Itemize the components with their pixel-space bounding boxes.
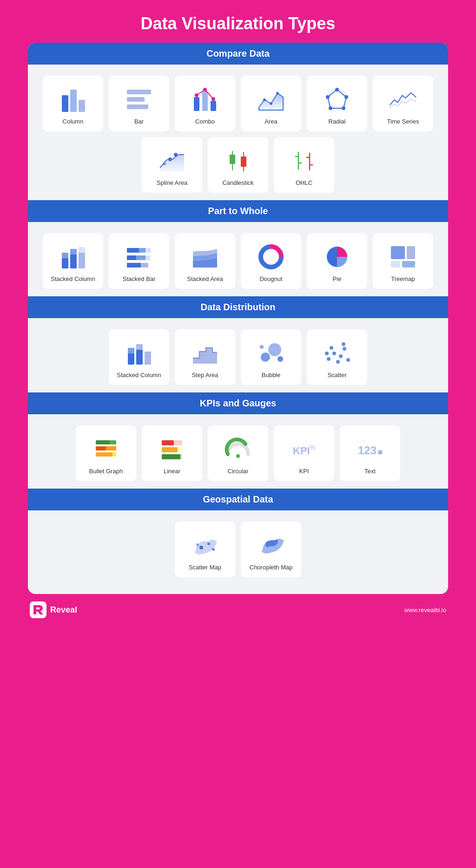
svg-rect-41 [127,248,139,253]
chart-item-bubble[interactable]: Bubble [241,329,301,385]
chart-item-candlestick[interactable]: Candlestick [208,137,268,193]
svg-rect-37 [70,255,77,268]
chart-item-text-kpi[interactable]: 123 Text [340,425,400,481]
svg-rect-26 [230,155,235,164]
svg-rect-78 [96,440,110,444]
section-header-compare: Compare Data [28,43,448,65]
svg-rect-80 [96,452,112,457]
svg-rect-53 [391,246,405,259]
svg-text:KPI: KPI [293,445,310,457]
column-label: Column [63,118,84,125]
chart-item-radial[interactable]: Radial [307,76,367,131]
svg-rect-56 [402,261,415,268]
page-title: Data Visualization Types [141,14,336,33]
svg-point-63 [268,343,281,356]
bar-label: Bar [134,118,144,125]
chart-item-ohlc[interactable]: OHLC [274,137,334,193]
choropleth-map-icon [256,530,286,560]
chart-item-stacked-column[interactable]: Stacked Column [43,233,103,289]
svg-rect-79 [96,446,106,450]
svg-rect-58 [128,348,134,353]
linear-icon [157,434,187,464]
svg-point-95 [196,543,199,546]
section-geospatial: Geospatial Data Scatter Map [28,489,448,585]
treemap-icon [388,242,418,272]
section-compare-data: Compare Data Column [28,43,448,200]
text-kpi-label: Text [364,468,376,475]
chart-item-area[interactable]: Area [241,76,301,131]
combo-icon [190,85,220,114]
chart-item-dougnut[interactable]: Dougnut [241,233,301,289]
step-area-label: Step Area [192,372,218,379]
spline-area-icon [157,146,187,176]
svg-rect-61 [145,352,151,365]
svg-point-17 [335,88,339,91]
section-part-to-whole: Part to Whole Stacked Column [28,200,448,296]
footer: Reveal www.revealbi.io [28,601,448,618]
svg-point-68 [330,346,333,350]
chart-item-stacked-bar[interactable]: Stacked Bar [109,233,169,289]
chart-item-combo[interactable]: Combo [175,76,235,131]
chart-item-time-series[interactable]: Time Series [373,76,433,131]
svg-point-12 [263,98,266,101]
section-header-kpis: KPIs and Gauges [28,392,448,414]
circular-label: Circular [228,468,249,475]
svg-rect-86 [162,454,180,459]
svg-point-91 [378,450,383,455]
svg-rect-7 [202,91,208,111]
chart-item-spline-area[interactable]: Spline Area [142,137,202,193]
chart-item-kpi[interactable]: KPI % KPI [274,425,334,481]
chart-item-scatter[interactable]: Scatter [307,329,367,385]
svg-point-67 [332,352,336,355]
chart-item-linear[interactable]: Linear [142,425,202,481]
time-series-icon [388,85,418,114]
chart-item-pie[interactable]: Pie [307,233,367,289]
step-area-icon [190,338,220,368]
treemap-label: Treemap [391,275,415,282]
candlestick-icon [223,146,253,176]
reveal-logo-icon [30,601,46,618]
footer-logo: Reveal [30,601,77,618]
chart-item-choropleth-map[interactable]: Choropleth Map [241,522,301,577]
svg-point-62 [261,352,270,362]
text-kpi-icon: 123 [355,434,385,464]
svg-point-20 [329,106,332,110]
chart-item-bar[interactable]: Bar [109,76,169,131]
svg-point-19 [342,106,345,110]
svg-point-13 [270,102,272,105]
time-series-label: Time Series [387,118,419,125]
bullet-graph-label: Bullet Graph [89,468,123,475]
svg-point-21 [326,95,330,99]
svg-rect-60 [136,344,143,350]
svg-rect-48 [141,263,148,268]
svg-point-73 [342,342,345,346]
candlestick-label: Candlestick [222,179,253,186]
svg-rect-6 [194,97,199,111]
svg-point-18 [344,95,348,99]
spline-area-label: Spline Area [157,179,188,186]
chart-item-column[interactable]: Column [43,76,103,131]
svg-text:123: 123 [358,444,377,457]
chart-item-step-area[interactable]: Step Area [175,329,235,385]
bubble-label: Bubble [262,372,280,379]
section-data-distribution: Data Distribution Stacked Column [28,296,448,392]
stacked-area-label: Stacked Area [187,275,223,282]
chart-item-bullet-graph[interactable]: Bullet Graph [76,425,136,481]
svg-rect-46 [145,255,150,260]
bullet-graph-icon [91,434,121,464]
footer-url: www.revealbi.io [404,607,446,613]
chart-item-circular[interactable]: Circular [208,425,268,481]
chart-item-treemap[interactable]: Treemap [373,233,433,289]
chart-item-scatter-map[interactable]: Scatter Map [175,522,235,577]
svg-point-94 [212,548,215,551]
svg-rect-43 [145,248,151,253]
chart-item-stacked-area[interactable]: Stacked Area [175,233,235,289]
svg-point-92 [199,546,203,549]
chart-item-stacked-column-2[interactable]: Stacked Column [109,329,169,385]
svg-rect-39 [79,253,85,268]
ohlc-label: OHLC [296,179,312,186]
svg-rect-4 [127,97,145,102]
stacked-column-label: Stacked Column [51,275,95,282]
combo-label: Combo [195,118,215,125]
section-header-distribution: Data Distribution [28,296,448,318]
